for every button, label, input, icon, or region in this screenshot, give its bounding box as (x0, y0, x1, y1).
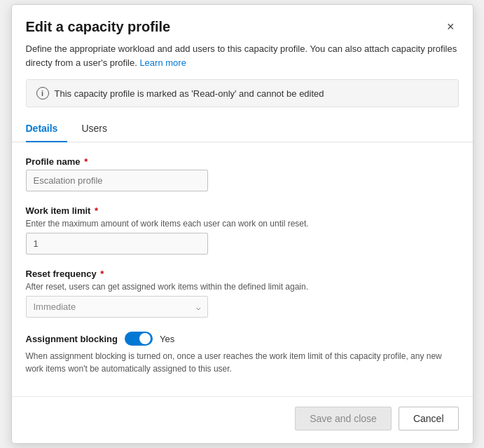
profile-name-label: Profile name * (26, 156, 459, 167)
tab-users[interactable]: Users (81, 117, 117, 142)
edit-capacity-dialog: Edit a capacity profile × Define the app… (11, 4, 473, 444)
toggle-track (125, 332, 153, 346)
dialog-body: Profile name * Work item limit * Enter t… (12, 142, 473, 396)
dialog-title: Edit a capacity profile (26, 19, 171, 35)
subtitle-text: Define the appropriate workload and add … (26, 43, 457, 68)
readonly-banner: i This capacity profile is marked as 'Re… (26, 79, 459, 107)
work-item-limit-group: Work item limit * Enter the maximum amou… (26, 205, 459, 254)
reset-frequency-select[interactable]: Immediate Daily Weekly Monthly (26, 296, 208, 318)
toggle-thumb (139, 333, 151, 344)
readonly-message: This capacity profile is marked as 'Read… (55, 88, 324, 99)
dialog-header: Edit a capacity profile × (12, 5, 473, 42)
required-marker-2: * (92, 205, 98, 216)
toggle-state-label: Yes (160, 334, 174, 344)
tabs-container: Details Users (12, 117, 473, 142)
tab-details[interactable]: Details (26, 117, 68, 142)
dialog-footer: Save and close Cancel (12, 396, 473, 443)
cancel-button[interactable]: Cancel (399, 407, 459, 430)
learn-more-link[interactable]: Learn more (139, 57, 186, 68)
reset-frequency-select-wrapper: Immediate Daily Weekly Monthly ⌵ (26, 296, 208, 318)
reset-frequency-group: Reset frequency * After reset, users can… (26, 269, 459, 318)
profile-name-input[interactable] (26, 170, 208, 191)
work-item-limit-label: Work item limit * (26, 205, 459, 216)
assignment-blocking-row: Assignment blocking Yes (26, 332, 459, 346)
info-icon: i (36, 87, 49, 100)
work-item-limit-desc: Enter the maximum amount of work items e… (26, 219, 459, 229)
assignment-blocking-desc: When assignment blocking is turned on, o… (26, 350, 459, 375)
required-marker: * (82, 156, 88, 167)
assignment-blocking-group: Assignment blocking Yes When assignment … (26, 332, 459, 375)
dialog-subtitle: Define the appropriate workload and add … (12, 42, 473, 79)
work-item-limit-input[interactable] (26, 233, 208, 254)
reset-frequency-label: Reset frequency * (26, 269, 459, 279)
profile-name-group: Profile name * (26, 156, 459, 191)
save-and-close-button[interactable]: Save and close (295, 407, 392, 430)
required-marker-3: * (98, 269, 104, 279)
reset-frequency-desc: After reset, users can get assigned work… (26, 282, 459, 292)
close-button[interactable]: × (443, 19, 459, 34)
assignment-blocking-toggle[interactable] (125, 332, 153, 346)
assignment-blocking-label: Assignment blocking (26, 334, 118, 344)
